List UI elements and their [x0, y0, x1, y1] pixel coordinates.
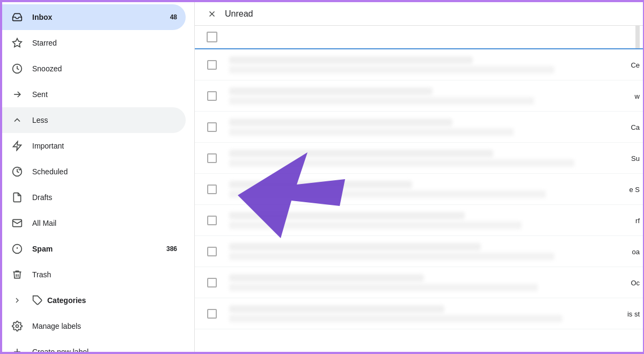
- email-content: [225, 116, 640, 138]
- email-subject: [229, 128, 514, 136]
- inbox-icon: [11, 11, 24, 24]
- email-checkbox-area[interactable]: [199, 216, 225, 225]
- email-content: [225, 272, 640, 293]
- email-checkbox[interactable]: [207, 60, 217, 70]
- table-row[interactable]: Su: [195, 143, 644, 174]
- email-right-snippet: e S: [616, 183, 644, 195]
- email-subject: [229, 159, 574, 167]
- email-checkbox-area[interactable]: [199, 91, 225, 101]
- table-row[interactable]: w: [195, 80, 644, 112]
- email-content: [225, 303, 640, 324]
- email-right-snippet: w: [622, 90, 644, 102]
- select-all-checkbox[interactable]: [207, 32, 217, 42]
- sidebar-item-drafts-label: Drafts: [32, 193, 177, 202]
- email-content: [225, 148, 640, 169]
- sidebar-item-all-mail-label: All Mail: [32, 219, 177, 227]
- plus-icon: [11, 345, 24, 352]
- email-sender: [229, 305, 444, 313]
- star-icon: [11, 36, 24, 49]
- sidebar-item-less[interactable]: Less: [2, 107, 186, 133]
- svg-point-13: [16, 325, 19, 328]
- email-checkbox[interactable]: [207, 91, 217, 101]
- email-right-snippet: rf: [623, 214, 644, 226]
- email-checkbox[interactable]: [207, 153, 217, 163]
- important-icon: [11, 139, 24, 152]
- sidebar-item-trash[interactable]: Trash: [2, 262, 186, 287]
- sidebar-item-inbox[interactable]: Inbox 48: [2, 4, 186, 30]
- email-list-header: [195, 26, 644, 49]
- email-sender: [229, 181, 412, 188]
- close-button[interactable]: [203, 5, 221, 23]
- email-content: [225, 179, 640, 200]
- email-content: [225, 241, 640, 262]
- chevron-up-icon: [11, 114, 24, 127]
- inbox-badge: 48: [170, 13, 177, 21]
- sidebar-item-scheduled[interactable]: Scheduled: [2, 159, 186, 185]
- email-checkbox-area[interactable]: [199, 153, 225, 163]
- email-checkbox[interactable]: [207, 309, 217, 319]
- table-row[interactable]: Oc: [195, 267, 644, 298]
- email-checkbox-area[interactable]: [199, 122, 225, 132]
- sidebar-item-categories-label: Categories: [47, 296, 177, 305]
- sidebar-item-less-label: Less: [32, 116, 177, 124]
- sidebar-item-snoozed-label: Snoozed: [32, 64, 177, 73]
- table-row[interactable]: e S: [195, 174, 644, 205]
- email-content: [225, 54, 640, 76]
- sidebar-item-create-new-label[interactable]: Create new label: [2, 339, 186, 352]
- table-row[interactable]: rf: [195, 205, 644, 236]
- email-subject: [229, 222, 522, 229]
- email-checkbox[interactable]: [207, 278, 217, 287]
- email-right-snippet: Oc: [618, 276, 644, 289]
- spam-icon: [11, 242, 24, 255]
- scheduled-icon: [11, 165, 24, 178]
- email-checkbox-area[interactable]: [199, 309, 225, 319]
- svg-marker-3: [13, 142, 21, 151]
- sidebar-item-spam-label: Spam: [32, 245, 166, 253]
- email-subject: [229, 66, 554, 73]
- email-checkbox[interactable]: [207, 216, 217, 225]
- email-checkbox[interactable]: [207, 122, 217, 132]
- trash-icon: [11, 268, 24, 281]
- filter-title: Unread: [225, 9, 253, 19]
- scrollbar[interactable]: [635, 26, 640, 48]
- categories-icon: [32, 295, 43, 306]
- table-row[interactable]: is st: [195, 298, 644, 329]
- table-row[interactable]: Ca: [195, 112, 644, 143]
- select-all-checkbox-area[interactable]: [199, 32, 225, 42]
- content-area: Unread: [195, 2, 644, 352]
- email-sender: [229, 56, 473, 64]
- email-subject: [229, 284, 538, 291]
- spam-badge: 386: [166, 245, 177, 253]
- sidebar-item-all-mail[interactable]: All Mail: [2, 210, 186, 236]
- email-checkbox[interactable]: [207, 185, 217, 194]
- sidebar-item-categories[interactable]: Categories: [2, 287, 186, 313]
- email-checkbox-area[interactable]: [199, 278, 225, 287]
- sidebar-item-important[interactable]: Important: [2, 133, 186, 159]
- all-mail-icon: [11, 217, 24, 230]
- table-row[interactable]: oa: [195, 236, 644, 267]
- sidebar-item-sent[interactable]: Sent: [2, 82, 186, 107]
- sidebar-item-snoozed[interactable]: Snoozed: [2, 56, 186, 82]
- email-checkbox-area[interactable]: [199, 60, 225, 70]
- email-right-snippet: is st: [614, 307, 644, 320]
- sidebar-item-starred[interactable]: Starred: [2, 30, 186, 56]
- email-subject: [229, 97, 534, 105]
- sidebar-item-drafts[interactable]: Drafts: [2, 185, 186, 210]
- email-checkbox-area[interactable]: [199, 185, 225, 194]
- chevron-right-icon: [11, 294, 24, 307]
- email-checkbox[interactable]: [207, 247, 217, 256]
- email-list: Ce w: [195, 26, 644, 352]
- email-sender: [229, 87, 433, 95]
- sidebar-item-manage-labels[interactable]: Manage labels: [2, 313, 186, 339]
- email-checkbox-area[interactable]: [199, 247, 225, 256]
- email-sender: [229, 119, 452, 126]
- sidebar-item-spam[interactable]: Spam 386: [2, 236, 186, 262]
- clock-icon: [11, 62, 24, 75]
- email-sender: [229, 150, 493, 157]
- table-row[interactable]: Ce: [195, 49, 644, 80]
- drafts-icon: [11, 191, 24, 204]
- sent-icon: [11, 88, 24, 101]
- svg-marker-0: [13, 39, 22, 47]
- email-content: [225, 85, 640, 107]
- content-header: Unread: [195, 2, 644, 26]
